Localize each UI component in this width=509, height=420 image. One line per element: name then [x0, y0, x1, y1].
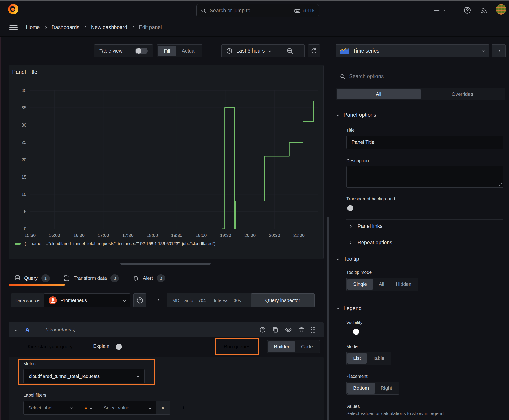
- metric-select[interactable]: cloudflared_tunnel_total_requests: [23, 369, 144, 383]
- help-button[interactable]: [463, 6, 472, 15]
- prometheus-icon: [49, 296, 57, 304]
- tooltip-all-option[interactable]: All: [373, 279, 390, 290]
- tooltip-hidden-option[interactable]: Hidden: [390, 279, 418, 290]
- tab-alert[interactable]: Alert 0: [132, 274, 165, 282]
- kick-start-query-button[interactable]: Kick start your query: [18, 340, 82, 353]
- panel-options-header[interactable]: Panel options: [337, 112, 376, 118]
- breadcrumb-home[interactable]: Home: [26, 24, 40, 30]
- select-value-chevron-icon: [149, 406, 151, 409]
- label-filter-row: Select label = Select value × +: [23, 401, 191, 415]
- add-menu-button[interactable]: [433, 6, 445, 15]
- query-ref-letter[interactable]: A: [25, 327, 29, 333]
- operator-dropdown[interactable]: =: [77, 401, 99, 415]
- breadcrumb-new-dashboard[interactable]: New dashboard: [91, 24, 127, 30]
- run-queries-button[interactable]: Run queries: [217, 340, 257, 353]
- viz-type-label: Time series: [353, 48, 479, 54]
- select-label-dropdown[interactable]: Select label: [23, 401, 77, 415]
- query-options-summary[interactable]: MD = auto = 704 Interval = 30s: [167, 293, 253, 307]
- legend-mode-table[interactable]: Table: [367, 353, 390, 364]
- metric-value: cloudflared_tunnel_total_requests: [29, 374, 137, 379]
- news-button[interactable]: [479, 6, 488, 15]
- menu-toggle-button[interactable]: [9, 25, 17, 30]
- breadcrumb-dashboards[interactable]: Dashboards: [51, 24, 79, 30]
- vertical-scrollbar[interactable]: [327, 217, 329, 420]
- page-header-bar: Home Dashboards New dashboard Edit panel…: [0, 18, 509, 37]
- zoom-out-button[interactable]: [276, 47, 304, 54]
- svg-text:0: 0: [24, 226, 26, 231]
- query-row-header[interactable]: A (Prometheus): [9, 322, 324, 337]
- builder-code-switch: Builder Code: [267, 340, 320, 353]
- delete-query-icon[interactable]: [298, 326, 305, 333]
- visualization-picker[interactable]: Time series: [335, 45, 489, 57]
- legend-placement-switch: Bottom Right: [346, 382, 399, 395]
- fill-option[interactable]: Fill: [158, 45, 176, 56]
- top-nav-bar: Search or jump to... ctrl+k: [0, 1, 509, 18]
- tooltip-single-option[interactable]: Single: [347, 279, 373, 290]
- section-chevron-icon: [336, 258, 339, 260]
- textarea-resize-handle[interactable]: [498, 183, 502, 186]
- svg-text:20: 20: [22, 157, 26, 162]
- svg-text:35: 35: [22, 105, 26, 110]
- svg-text:20:30: 20:30: [269, 233, 280, 238]
- panel-preview: Panel Title 051015202530354015:3016:0016…: [9, 65, 324, 259]
- svg-text:5: 5: [24, 209, 26, 214]
- interval-info: Interval = 30s: [214, 298, 241, 303]
- table-view-toggle[interactable]: [135, 48, 148, 54]
- duplicate-query-icon[interactable]: [272, 326, 279, 333]
- legend-header[interactable]: Legend: [337, 305, 362, 311]
- nav-divider: [454, 6, 454, 15]
- drag-query-handle-icon[interactable]: [311, 327, 315, 333]
- collapse-sidebar-button[interactable]: [492, 45, 506, 57]
- datasource-picker[interactable]: Prometheus: [44, 293, 130, 307]
- tooltip-header[interactable]: Tooltip: [337, 256, 359, 262]
- legend-values-label: Values: [346, 404, 360, 409]
- tab-transform-data[interactable]: Transform data 0: [63, 274, 119, 282]
- options-search-input[interactable]: Search options: [335, 70, 505, 83]
- time-series-viz-icon: [340, 48, 349, 54]
- query-inspector-button[interactable]: Query inspector: [251, 293, 315, 307]
- transparent-background-label: Transparent background: [346, 196, 395, 202]
- legend-values-help: Select values or calculations to show in…: [346, 411, 444, 416]
- legend-placement-bottom[interactable]: Bottom: [347, 383, 375, 394]
- tab-all[interactable]: All: [337, 89, 421, 99]
- keyboard-icon: [294, 8, 301, 14]
- toggle-visibility-icon[interactable]: [285, 326, 292, 333]
- search-input[interactable]: Search or jump to... ctrl+k: [196, 4, 319, 17]
- builder-option[interactable]: Builder: [268, 341, 295, 352]
- datasource-help-button[interactable]: [133, 293, 146, 307]
- active-tab-indicator: [9, 284, 65, 286]
- panel-links-section[interactable]: Panel links: [349, 223, 382, 229]
- actual-option[interactable]: Actual: [176, 45, 201, 56]
- tab-query[interactable]: Query 1: [14, 274, 50, 282]
- select-value-dropdown[interactable]: Select value: [99, 401, 156, 415]
- add-filter-button[interactable]: +: [175, 401, 191, 415]
- refresh-button[interactable]: [308, 45, 320, 57]
- repeat-options-section[interactable]: Repeat options: [349, 240, 392, 246]
- time-range-label[interactable]: Last 6 hours: [236, 48, 265, 54]
- query-help-icon[interactable]: [259, 326, 266, 333]
- code-option[interactable]: Code: [295, 341, 319, 352]
- grafana-logo[interactable]: [8, 4, 18, 14]
- breadcrumb-separator-icon: [84, 26, 86, 29]
- datasource-chevron-icon: [123, 299, 126, 301]
- legend-mode-list[interactable]: List: [347, 353, 367, 364]
- remove-filter-button[interactable]: ×: [156, 401, 170, 415]
- query-collapse-icon[interactable]: [15, 329, 17, 331]
- fill-actual-switch: Fill Actual: [157, 45, 202, 57]
- avatar[interactable]: [496, 4, 506, 15]
- panel-description-textarea[interactable]: [346, 166, 503, 188]
- panel-resize-handle[interactable]: [120, 263, 211, 265]
- chart-legend-item[interactable]: {__name__="cloudflared_tunnel_total_requ…: [15, 241, 215, 246]
- refresh-icon: [311, 48, 317, 54]
- svg-text:25: 25: [22, 140, 26, 145]
- section-divider: [332, 300, 509, 300]
- panel-title-input[interactable]: Panel Title: [346, 136, 503, 149]
- time-series-chart[interactable]: 051015202530354015:3016:0016:3017:0017:3…: [9, 65, 324, 240]
- tab-overrides[interactable]: Overrides: [421, 89, 504, 99]
- legend-series-label: {__name__="cloudflared_tunnel_total_requ…: [24, 241, 215, 246]
- svg-text:30: 30: [22, 122, 26, 128]
- svg-text:17:00: 17:00: [98, 233, 109, 238]
- plus-icon: [433, 7, 440, 14]
- legend-placement-right[interactable]: Right: [375, 383, 398, 394]
- expand-options-icon[interactable]: [157, 298, 159, 301]
